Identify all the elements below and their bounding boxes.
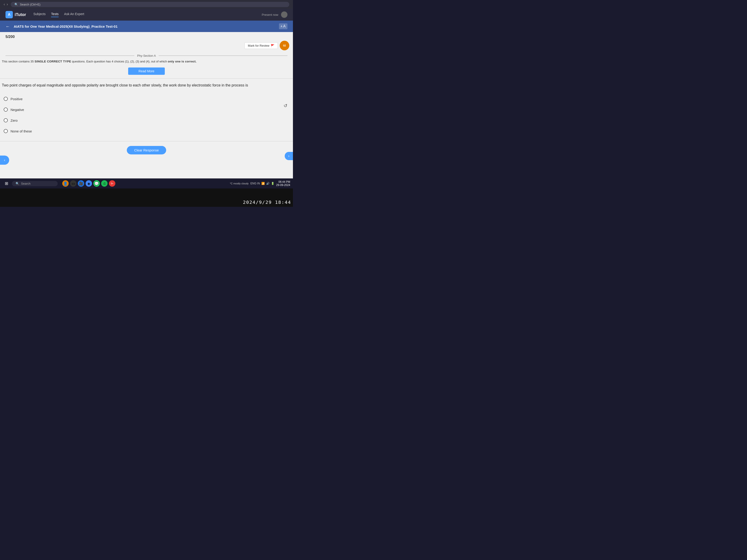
read-more-button[interactable]: Read More [128, 68, 165, 75]
chevron-left-icon: ‹ [4, 158, 5, 162]
browser-search-text: Search (Ctrl+E) [20, 3, 41, 6]
nav-tests[interactable]: Tests [51, 12, 58, 17]
taskbar-icon-3[interactable]: 🎥 [78, 180, 84, 187]
option-b-label: Negative [10, 108, 24, 112]
option-a[interactable]: Positive [2, 94, 291, 104]
nav-forward-button[interactable]: › [7, 2, 8, 6]
app-header: A iTutor Subjects Tests Ask An Expert Pr… [0, 9, 293, 21]
system-icons: ENG IN 📶 🔊 🔋 [250, 182, 274, 185]
taskbar-search[interactable]: 🔍 Search [12, 181, 58, 186]
font-size-controls: A A [279, 23, 287, 29]
section-divider: Phy-Section A [5, 54, 287, 57]
section-info: This section contains 35 SINGLE CORRECT … [2, 59, 287, 64]
options-list: Positive Negative Zero None of these [0, 94, 293, 137]
windows-icon: ⊞ [5, 181, 8, 186]
mark-for-review-button[interactable]: Mark for Review 🚩 [244, 42, 278, 49]
present-now-label: Present now [262, 13, 278, 17]
app-name: iTutor [15, 12, 26, 17]
notification-badge[interactable]: 9+ [109, 180, 115, 187]
section-name: Phy-Section A [137, 54, 156, 57]
taskbar: ⊞ 🔍 Search 👤 ▭ 🎥 ◈ 💬 ♫ 9+ °C mostly clou… [0, 179, 293, 188]
time-display: 06:44 PM [276, 180, 290, 184]
user-avatar[interactable] [281, 11, 287, 18]
back-button[interactable]: ← [5, 24, 10, 29]
chevron-right-icon: › [288, 154, 289, 158]
nav-ask-expert[interactable]: Ask An Expert [64, 12, 84, 17]
battery-icon: 🔋 [271, 182, 275, 185]
taskbar-icons: 👤 ▭ 🎥 ◈ 💬 ♫ 9+ [62, 180, 115, 187]
logo-icon: A [5, 11, 13, 18]
taskbar-icon-4[interactable]: ◈ [85, 180, 92, 187]
option-d-label: None of these [10, 129, 32, 133]
flag-icon: 🚩 [271, 44, 275, 47]
browser-search-bar[interactable]: 🔍 Search (Ctrl+E) [11, 2, 289, 7]
browser-navigation: ‹ › [4, 2, 8, 6]
radio-c[interactable] [4, 118, 8, 123]
logo-area: A iTutor [5, 11, 26, 18]
sidebar-toggle-button[interactable]: ‹ [0, 156, 9, 165]
clear-response-button[interactable]: Clear Response [127, 146, 166, 154]
right-nav-button[interactable]: › [285, 152, 293, 160]
taskbar-search-icon: 🔍 [16, 182, 19, 185]
font-small[interactable]: A [281, 25, 282, 28]
question-counter: 5/200 [0, 32, 293, 39]
taskbar-icon-2[interactable]: ▭ [70, 180, 76, 187]
nav-subjects[interactable]: Subjects [33, 12, 46, 17]
option-c-label: Zero [10, 118, 18, 123]
radio-d[interactable] [4, 129, 8, 133]
search-icon: 🔍 [15, 3, 18, 6]
scroll-cursor: ↺ [284, 103, 287, 108]
keyboard-area: 2024/9/29 18:44 [0, 188, 293, 207]
taskbar-icon-6[interactable]: ♫ [101, 180, 108, 187]
volume-icon: 🔊 [266, 182, 269, 185]
language-indicator: ENG IN [250, 182, 260, 185]
content-divider [0, 78, 293, 79]
clock-display: 06:44 PM 29-09-2024 [276, 180, 290, 187]
bottom-actions: Clear Response [0, 141, 293, 159]
taskbar-icon-1[interactable]: 👤 [62, 180, 69, 187]
timestamp-display: 2024/9/29 18:44 [243, 199, 291, 205]
weather-display: °C mostly cloudy [230, 182, 249, 185]
mark-review-label: Mark for Review [248, 44, 269, 47]
header-right: Present now [262, 11, 287, 18]
taskbar-right: °C mostly cloudy ENG IN 📶 🔊 🔋 06:44 PM 2… [230, 180, 290, 187]
wifi-icon: 📶 [261, 182, 265, 185]
option-d[interactable]: None of these [2, 126, 291, 137]
main-navigation: Subjects Tests Ask An Expert [33, 12, 84, 17]
taskbar-icon-5[interactable]: 💬 [93, 180, 100, 187]
radio-a[interactable] [4, 97, 8, 101]
radio-b[interactable] [4, 108, 8, 112]
browser-bar: ‹ › 🔍 Search (Ctrl+E) [0, 0, 293, 9]
windows-button[interactable]: ⊞ [3, 180, 10, 187]
option-a-label: Positive [10, 97, 23, 101]
nav-back-button[interactable]: ‹ [4, 2, 5, 6]
test-title: AIATS for One Year Medical-2025(XII Stud… [14, 25, 275, 28]
test-header: ← AIATS for One Year Medical-2025(XII St… [0, 21, 293, 32]
option-b[interactable]: Negative [2, 104, 291, 115]
mark-review-bar: Mark for Review 🚩 02 [0, 39, 293, 52]
taskbar-search-label: Search [21, 182, 30, 185]
main-content: 5/200 Mark for Review 🚩 02 Phy-Section A… [0, 32, 293, 179]
option-c[interactable]: Zero [2, 115, 291, 126]
date-display: 29-09-2024 [276, 184, 290, 187]
font-large[interactable]: A [283, 24, 286, 28]
timer-display: 02 [280, 41, 289, 50]
question-text: Two point charges of equal magnitude and… [0, 82, 293, 94]
